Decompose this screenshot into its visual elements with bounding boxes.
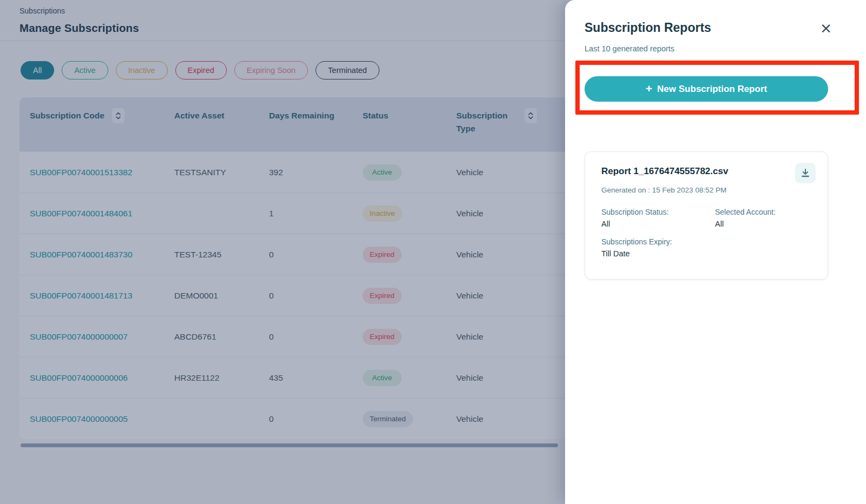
report-field-value: Till Date xyxy=(601,249,715,258)
new-subscription-report-button[interactable]: + New Subscription Report xyxy=(585,76,828,102)
report-card: Report 1_1676474555782.csv Generated on … xyxy=(585,151,828,280)
report-generated-timestamp: Generated on : 15 Feb 2023 08:52 PM xyxy=(601,186,726,194)
report-field-value: All xyxy=(715,220,812,228)
report-field-label: Subscription Status: xyxy=(601,208,715,216)
report-filename: Report 1_1676474555782.csv xyxy=(601,166,728,177)
report-field-label: Subscriptions Expiry: xyxy=(601,237,715,246)
close-icon[interactable]: × xyxy=(817,19,835,37)
report-field-label: Selected Account: xyxy=(715,208,812,216)
report-field-subscriptions-expiry: Subscriptions Expiry:Till Date xyxy=(601,237,715,258)
download-button[interactable] xyxy=(795,163,816,183)
report-field-subscription-status: Subscription Status:All xyxy=(601,208,715,228)
new-report-button-label: New Subscription Report xyxy=(657,84,767,95)
report-field-selected-account: Selected Account:All xyxy=(715,208,812,228)
download-icon xyxy=(801,168,810,178)
plus-icon: + xyxy=(646,83,652,94)
report-field-value: All xyxy=(601,220,715,228)
subscription-reports-drawer: Subscription Reports × Last 10 generated… xyxy=(565,0,866,504)
report-fields: Subscription Status:AllSelected Account:… xyxy=(601,208,812,258)
drawer-title: Subscription Reports xyxy=(585,21,711,35)
drawer-subtitle: Last 10 generated reports xyxy=(585,44,674,53)
